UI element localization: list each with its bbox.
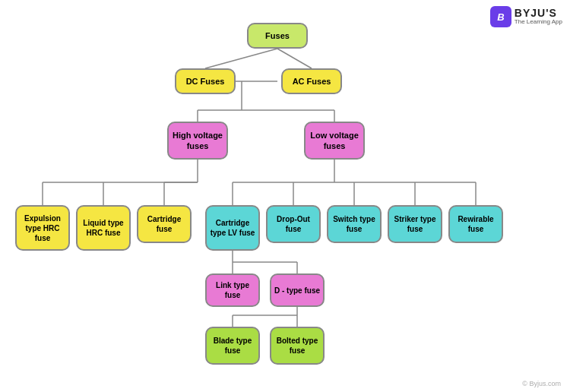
diagram: Fuses DC Fuses AC Fuses High voltage fus… [0,0,570,392]
blade-type-node: Blade type fuse [205,327,260,365]
liquid-node: Liquid type HRC fuse [76,205,131,251]
brand-name: BYJU'S [515,8,562,19]
bolted-type-node: Bolted type fuse [270,327,325,365]
ac-fuses-node: AC Fuses [281,68,342,94]
link-type-node: Link type fuse [205,273,260,307]
switch-type-node: Switch type fuse [327,205,382,243]
d-type-node: D - type fuse [270,273,325,307]
dropout-node: Drop-Out fuse [266,205,321,243]
lv-fuses-node: Low voltage fuses [304,122,365,160]
fuses-node: Fuses [247,23,308,49]
cartridge-node: Cartridge fuse [137,205,192,243]
expulsion-node: Expulsion type HRC fuse [15,205,70,251]
svg-line-0 [205,49,277,68]
rewirable-node: Rewirable fuse [448,205,503,243]
hv-fuses-node: High voltage fuses [167,122,228,160]
copyright: © Byjus.com [522,380,561,387]
logo: B BYJU'S The Learning App [490,6,562,27]
striker-node: Striker type fuse [388,205,442,243]
cartridge-lv-node: Cartridge type LV fuse [205,205,260,251]
logo-text: BYJU'S The Learning App [515,8,562,26]
dc-fuses-node: DC Fuses [175,68,236,94]
tagline: The Learning App [515,19,562,26]
svg-line-1 [277,49,312,68]
logo-icon: B [490,6,511,27]
